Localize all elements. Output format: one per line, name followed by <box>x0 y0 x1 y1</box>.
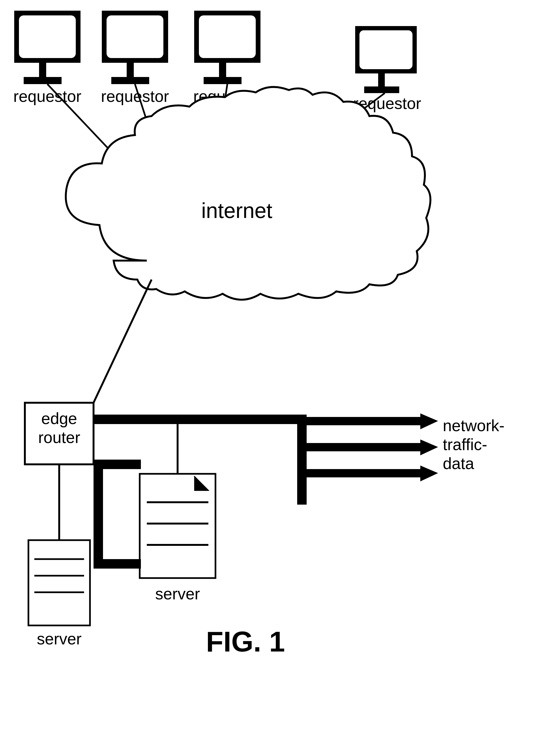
svg-rect-23 <box>306 443 420 451</box>
main-bus-top <box>94 415 306 424</box>
network-traffic-label2: traffic- <box>443 435 487 454</box>
requestor-label-2: requestor <box>101 87 169 105</box>
svg-rect-15 <box>364 87 399 93</box>
svg-line-20 <box>94 279 152 403</box>
requestor-label-1: requestor <box>13 87 81 105</box>
svg-rect-1 <box>19 15 76 58</box>
svg-rect-9 <box>199 15 256 58</box>
svg-rect-5 <box>107 15 163 58</box>
server-left-icon <box>29 540 90 626</box>
fig-label: FIG. 1 <box>206 626 285 657</box>
internet-label: internet <box>201 199 272 222</box>
diagram: requestor requestor requestor requestor <box>0 0 560 742</box>
svg-rect-25 <box>306 469 420 477</box>
svg-rect-37 <box>94 559 141 569</box>
svg-rect-10 <box>219 63 226 77</box>
network-traffic-label3: data <box>443 455 474 472</box>
edge-router-label: edge <box>41 409 77 427</box>
svg-rect-36 <box>94 460 103 569</box>
edge-router-label2: router <box>38 428 80 446</box>
server-left-label: server <box>37 630 82 648</box>
main-bus-vert <box>297 415 306 505</box>
network-traffic-label: network- <box>443 417 505 434</box>
svg-rect-3 <box>24 77 62 84</box>
svg-marker-24 <box>420 439 438 455</box>
svg-rect-7 <box>111 77 149 84</box>
svg-marker-22 <box>420 413 438 429</box>
svg-rect-21 <box>306 417 420 425</box>
svg-rect-13 <box>359 30 412 69</box>
server-center-label: server <box>155 585 200 603</box>
svg-rect-11 <box>204 77 241 84</box>
cloud <box>66 87 431 300</box>
svg-rect-2 <box>39 63 46 77</box>
svg-rect-6 <box>127 63 134 77</box>
svg-rect-14 <box>378 73 385 87</box>
svg-marker-26 <box>420 466 438 481</box>
